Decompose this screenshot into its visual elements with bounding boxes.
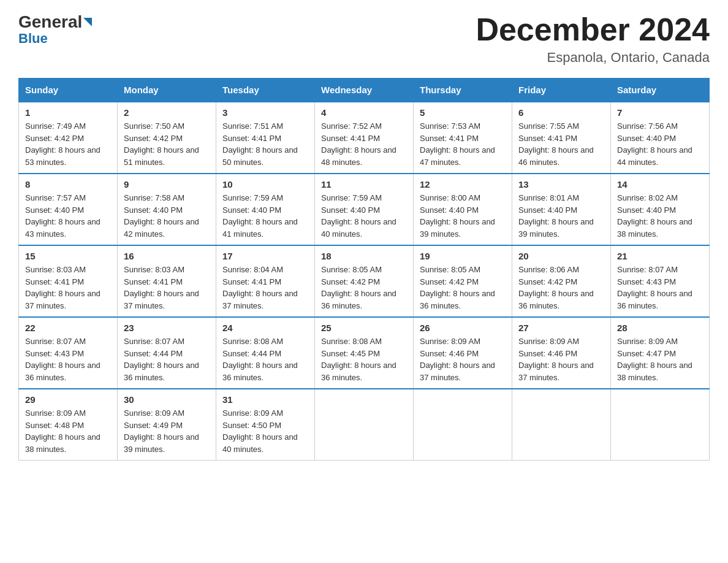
- daylight-label: Daylight: 8 hours and 39 minutes.: [518, 217, 594, 239]
- day-info: Sunrise: 8:03 AM Sunset: 4:41 PM Dayligh…: [124, 264, 210, 312]
- daylight-label: Daylight: 8 hours and 39 minutes.: [420, 217, 495, 239]
- daylight-label: Daylight: 8 hours and 50 minutes.: [222, 145, 298, 167]
- calendar-day-cell: [512, 389, 611, 461]
- day-number: 6: [518, 107, 604, 118]
- day-info: Sunrise: 8:06 AM Sunset: 4:42 PM Dayligh…: [518, 264, 604, 312]
- sunrise-label: Sunrise: 7:58 AM: [124, 193, 184, 202]
- calendar-day-cell: 6 Sunrise: 7:55 AM Sunset: 4:41 PM Dayli…: [512, 102, 611, 174]
- day-number: 30: [124, 394, 210, 405]
- sunrise-label: Sunrise: 8:03 AM: [124, 265, 184, 274]
- calendar-day-cell: 15 Sunrise: 8:03 AM Sunset: 4:41 PM Dayl…: [19, 245, 118, 317]
- day-number: 2: [124, 107, 210, 118]
- calendar-day-cell: 27 Sunrise: 8:09 AM Sunset: 4:46 PM Dayl…: [512, 317, 611, 389]
- calendar-day-cell: 5 Sunrise: 7:53 AM Sunset: 4:41 PM Dayli…: [414, 102, 512, 174]
- sunrise-label: Sunrise: 7:49 AM: [25, 121, 86, 131]
- day-info: Sunrise: 7:59 AM Sunset: 4:40 PM Dayligh…: [321, 192, 407, 240]
- daylight-label: Daylight: 8 hours and 39 minutes.: [124, 432, 199, 454]
- sunset-label: Sunset: 4:40 PM: [617, 134, 676, 143]
- day-number: 29: [25, 394, 111, 405]
- day-info: Sunrise: 7:50 AM Sunset: 4:42 PM Dayligh…: [124, 120, 210, 168]
- calendar-day-cell: 1 Sunrise: 7:49 AM Sunset: 4:42 PM Dayli…: [19, 102, 118, 174]
- daylight-label: Daylight: 8 hours and 38 minutes.: [617, 217, 692, 239]
- day-number: 11: [321, 179, 407, 190]
- weekday-header-friday: Friday: [512, 79, 611, 102]
- day-info: Sunrise: 7:56 AM Sunset: 4:40 PM Dayligh…: [617, 120, 703, 168]
- calendar-week-row: 1 Sunrise: 7:49 AM Sunset: 4:42 PM Dayli…: [19, 102, 710, 174]
- sunrise-label: Sunrise: 8:03 AM: [25, 265, 86, 274]
- sunrise-label: Sunrise: 8:00 AM: [420, 193, 480, 202]
- sunset-label: Sunset: 4:41 PM: [222, 134, 281, 143]
- day-info: Sunrise: 8:09 AM Sunset: 4:49 PM Dayligh…: [124, 407, 210, 455]
- sunset-label: Sunset: 4:45 PM: [321, 349, 380, 358]
- daylight-label: Daylight: 8 hours and 36 minutes.: [617, 289, 692, 310]
- sunrise-label: Sunrise: 7:59 AM: [321, 193, 382, 202]
- day-info: Sunrise: 8:09 AM Sunset: 4:48 PM Dayligh…: [25, 407, 111, 455]
- sunrise-label: Sunrise: 8:07 AM: [124, 337, 184, 346]
- daylight-label: Daylight: 8 hours and 37 minutes.: [124, 289, 199, 310]
- day-info: Sunrise: 8:05 AM Sunset: 4:42 PM Dayligh…: [420, 264, 506, 312]
- day-info: Sunrise: 8:07 AM Sunset: 4:44 PM Dayligh…: [124, 335, 210, 383]
- daylight-label: Daylight: 8 hours and 40 minutes.: [321, 217, 396, 239]
- day-info: Sunrise: 7:49 AM Sunset: 4:42 PM Dayligh…: [25, 120, 111, 168]
- daylight-label: Daylight: 8 hours and 36 minutes.: [518, 289, 594, 310]
- calendar-day-cell: [315, 389, 414, 461]
- daylight-label: Daylight: 8 hours and 36 minutes.: [321, 289, 396, 310]
- day-info: Sunrise: 8:08 AM Sunset: 4:45 PM Dayligh…: [321, 335, 407, 383]
- sunrise-label: Sunrise: 7:59 AM: [222, 193, 283, 202]
- sunset-label: Sunset: 4:40 PM: [617, 205, 676, 215]
- day-number: 7: [617, 107, 703, 118]
- sunrise-label: Sunrise: 8:09 AM: [222, 408, 283, 418]
- sunrise-label: Sunrise: 8:08 AM: [321, 337, 382, 346]
- day-number: 4: [321, 107, 407, 118]
- day-number: 28: [617, 323, 703, 333]
- weekday-header-row: SundayMondayTuesdayWednesdayThursdayFrid…: [19, 79, 710, 102]
- day-info: Sunrise: 8:09 AM Sunset: 4:46 PM Dayligh…: [518, 335, 604, 383]
- weekday-header-tuesday: Tuesday: [216, 79, 315, 102]
- sunrise-label: Sunrise: 8:05 AM: [321, 265, 382, 274]
- sunset-label: Sunset: 4:44 PM: [124, 349, 183, 358]
- sunrise-label: Sunrise: 7:51 AM: [222, 121, 283, 131]
- sunrise-label: Sunrise: 7:53 AM: [420, 121, 480, 131]
- sunset-label: Sunset: 4:42 PM: [124, 134, 183, 143]
- calendar-day-cell: 23 Sunrise: 8:07 AM Sunset: 4:44 PM Dayl…: [118, 317, 216, 389]
- day-info: Sunrise: 8:02 AM Sunset: 4:40 PM Dayligh…: [617, 192, 703, 240]
- calendar-day-cell: 2 Sunrise: 7:50 AM Sunset: 4:42 PM Dayli…: [118, 102, 216, 174]
- day-info: Sunrise: 8:04 AM Sunset: 4:41 PM Dayligh…: [222, 264, 308, 312]
- day-number: 16: [124, 251, 210, 261]
- sunrise-label: Sunrise: 8:07 AM: [617, 265, 678, 274]
- sunset-label: Sunset: 4:40 PM: [518, 205, 577, 215]
- sunrise-label: Sunrise: 8:02 AM: [617, 193, 678, 202]
- sunrise-label: Sunrise: 8:09 AM: [25, 408, 86, 418]
- calendar-day-cell: 31 Sunrise: 8:09 AM Sunset: 4:50 PM Dayl…: [216, 389, 315, 461]
- calendar-day-cell: [611, 389, 710, 461]
- calendar-day-cell: 18 Sunrise: 8:05 AM Sunset: 4:42 PM Dayl…: [315, 245, 414, 317]
- calendar-day-cell: 25 Sunrise: 8:08 AM Sunset: 4:45 PM Dayl…: [315, 317, 414, 389]
- calendar-day-cell: 13 Sunrise: 8:01 AM Sunset: 4:40 PM Dayl…: [512, 174, 611, 245]
- day-number: 25: [321, 323, 407, 333]
- day-number: 19: [420, 251, 506, 261]
- day-info: Sunrise: 7:52 AM Sunset: 4:41 PM Dayligh…: [321, 120, 407, 168]
- day-number: 9: [124, 179, 210, 190]
- sunset-label: Sunset: 4:42 PM: [25, 134, 84, 143]
- calendar-day-cell: 14 Sunrise: 8:02 AM Sunset: 4:40 PM Dayl…: [611, 174, 710, 245]
- day-number: 18: [321, 251, 407, 261]
- logo-general-text: General: [18, 12, 82, 32]
- day-number: 26: [420, 323, 506, 333]
- daylight-label: Daylight: 8 hours and 37 minutes.: [518, 361, 594, 382]
- calendar-week-row: 15 Sunrise: 8:03 AM Sunset: 4:41 PM Dayl…: [19, 245, 710, 317]
- sunrise-label: Sunrise: 8:06 AM: [518, 265, 579, 274]
- daylight-label: Daylight: 8 hours and 44 minutes.: [617, 145, 692, 167]
- day-info: Sunrise: 8:07 AM Sunset: 4:43 PM Dayligh…: [617, 264, 703, 312]
- weekday-header-monday: Monday: [118, 79, 216, 102]
- calendar-day-cell: 10 Sunrise: 7:59 AM Sunset: 4:40 PM Dayl…: [216, 174, 315, 245]
- calendar-day-cell: 19 Sunrise: 8:05 AM Sunset: 4:42 PM Dayl…: [414, 245, 512, 317]
- calendar-day-cell: 11 Sunrise: 7:59 AM Sunset: 4:40 PM Dayl…: [315, 174, 414, 245]
- sunset-label: Sunset: 4:49 PM: [124, 421, 183, 430]
- sunset-label: Sunset: 4:40 PM: [222, 205, 281, 215]
- sunrise-label: Sunrise: 8:09 AM: [420, 337, 480, 346]
- logo: General Blue: [18, 12, 92, 47]
- calendar-week-row: 8 Sunrise: 7:57 AM Sunset: 4:40 PM Dayli…: [19, 174, 710, 245]
- calendar-day-cell: [414, 389, 512, 461]
- sunrise-label: Sunrise: 7:57 AM: [25, 193, 86, 202]
- sunrise-label: Sunrise: 7:52 AM: [321, 121, 382, 131]
